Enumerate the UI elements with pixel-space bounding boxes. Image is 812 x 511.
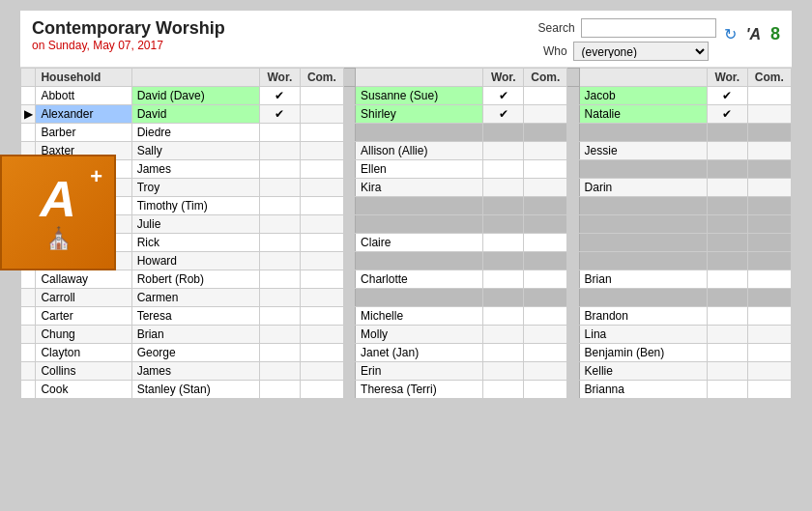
search-input[interactable] bbox=[581, 18, 716, 38]
com-cell[interactable] bbox=[747, 160, 791, 179]
com-cell[interactable] bbox=[747, 105, 791, 124]
name-cell[interactable] bbox=[579, 160, 707, 179]
com-cell[interactable] bbox=[300, 362, 343, 381]
com-cell[interactable] bbox=[747, 234, 791, 252]
name-cell[interactable]: Teresa bbox=[131, 307, 259, 326]
name-cell[interactable]: Ellen bbox=[356, 160, 483, 179]
name-cell[interactable]: Charlotte bbox=[356, 270, 483, 289]
com-cell[interactable] bbox=[524, 87, 567, 105]
wor-cell[interactable]: ✔ bbox=[483, 105, 524, 124]
com-cell[interactable] bbox=[524, 252, 567, 270]
wor-cell[interactable] bbox=[707, 142, 747, 160]
name-cell[interactable]: Julie bbox=[131, 215, 259, 234]
household-cell[interactable]: Collins bbox=[36, 362, 131, 381]
who-select[interactable]: (everyone)MembersVisitors bbox=[573, 42, 709, 61]
name-cell[interactable]: Claire bbox=[356, 234, 483, 252]
com-cell[interactable] bbox=[524, 105, 567, 124]
name-cell[interactable] bbox=[356, 197, 483, 215]
com-cell[interactable] bbox=[747, 289, 791, 307]
name-cell[interactable]: Darin bbox=[579, 179, 707, 197]
name-cell[interactable]: Howard bbox=[131, 252, 259, 270]
wor-cell[interactable] bbox=[707, 160, 747, 179]
wor-cell[interactable] bbox=[483, 289, 524, 307]
com-cell[interactable] bbox=[747, 87, 791, 105]
com-cell[interactable] bbox=[300, 87, 343, 105]
com-cell[interactable] bbox=[524, 124, 567, 142]
com-cell[interactable] bbox=[747, 179, 791, 197]
name-cell[interactable]: Sally bbox=[131, 142, 259, 160]
com-cell[interactable] bbox=[747, 307, 791, 326]
com-cell[interactable] bbox=[300, 124, 343, 142]
wor-cell[interactable] bbox=[707, 289, 747, 307]
com-cell[interactable] bbox=[524, 142, 567, 160]
name-cell[interactable] bbox=[579, 289, 707, 307]
name-cell[interactable]: James bbox=[131, 160, 259, 179]
name-cell[interactable]: Brianna bbox=[579, 381, 707, 399]
name-cell[interactable]: Brian bbox=[131, 326, 259, 344]
name-cell[interactable]: David bbox=[131, 105, 259, 124]
wor-cell[interactable] bbox=[707, 252, 747, 270]
wor-cell[interactable]: ✔ bbox=[707, 105, 747, 124]
com-cell[interactable] bbox=[524, 289, 567, 307]
com-cell[interactable] bbox=[300, 270, 343, 289]
name-cell[interactable]: Natalie bbox=[579, 105, 707, 124]
table-wrapper[interactable]: Household Wor. Com. Wor. Com. Wor. Com. … bbox=[20, 68, 792, 399]
wor-cell[interactable] bbox=[707, 215, 747, 234]
wor-cell[interactable] bbox=[483, 252, 524, 270]
wor-cell[interactable] bbox=[707, 307, 747, 326]
com-cell[interactable] bbox=[300, 142, 343, 160]
name-cell[interactable] bbox=[356, 124, 483, 142]
com-cell[interactable] bbox=[524, 307, 567, 326]
com-cell[interactable] bbox=[524, 179, 567, 197]
household-cell[interactable]: Chung bbox=[36, 326, 131, 344]
com-cell[interactable] bbox=[524, 234, 567, 252]
com-cell[interactable] bbox=[747, 215, 791, 234]
wor-cell[interactable] bbox=[707, 362, 747, 381]
wor-cell[interactable]: ✔ bbox=[707, 87, 747, 105]
font-size-icon[interactable]: 'A bbox=[746, 26, 761, 43]
name-cell[interactable]: Lina bbox=[579, 326, 707, 344]
household-cell[interactable]: Callaway bbox=[36, 270, 131, 289]
name-cell[interactable] bbox=[579, 252, 707, 270]
wor-cell[interactable] bbox=[707, 344, 747, 362]
com-cell[interactable] bbox=[524, 381, 567, 399]
wor-cell[interactable] bbox=[259, 289, 300, 307]
wor-cell[interactable] bbox=[259, 326, 300, 344]
name-cell[interactable]: Kira bbox=[356, 179, 483, 197]
household-cell[interactable]: Barber bbox=[36, 124, 131, 142]
com-cell[interactable] bbox=[524, 344, 567, 362]
name-cell[interactable] bbox=[579, 234, 707, 252]
wor-cell[interactable] bbox=[259, 344, 300, 362]
household-cell[interactable]: Carroll bbox=[36, 289, 131, 307]
wor-cell[interactable] bbox=[483, 307, 524, 326]
com-cell[interactable] bbox=[747, 381, 791, 399]
wor-cell[interactable] bbox=[707, 124, 747, 142]
name-cell[interactable]: George bbox=[131, 344, 259, 362]
name-cell[interactable] bbox=[579, 215, 707, 234]
name-cell[interactable] bbox=[579, 197, 707, 215]
wor-cell[interactable] bbox=[707, 197, 747, 215]
com-cell[interactable] bbox=[300, 381, 343, 399]
wor-cell[interactable] bbox=[483, 270, 524, 289]
com-cell[interactable] bbox=[747, 142, 791, 160]
com-cell[interactable] bbox=[300, 344, 343, 362]
name-cell[interactable]: Benjamin (Ben) bbox=[579, 344, 707, 362]
com-cell[interactable] bbox=[747, 362, 791, 381]
name-cell[interactable]: Susanne (Sue) bbox=[356, 87, 483, 105]
com-cell[interactable] bbox=[300, 289, 343, 307]
com-cell[interactable] bbox=[300, 252, 343, 270]
wor-cell[interactable] bbox=[707, 326, 747, 344]
wor-cell[interactable] bbox=[483, 234, 524, 252]
com-cell[interactable] bbox=[300, 197, 343, 215]
wor-cell[interactable] bbox=[259, 362, 300, 381]
name-cell[interactable] bbox=[356, 252, 483, 270]
com-cell[interactable] bbox=[300, 179, 343, 197]
wor-cell[interactable] bbox=[259, 215, 300, 234]
wor-cell[interactable] bbox=[483, 197, 524, 215]
name-cell[interactable] bbox=[356, 215, 483, 234]
wor-cell[interactable] bbox=[259, 197, 300, 215]
wor-cell[interactable] bbox=[483, 381, 524, 399]
name-cell[interactable]: Theresa (Terri) bbox=[356, 381, 483, 399]
name-cell[interactable]: Brandon bbox=[579, 307, 707, 326]
name-cell[interactable]: Carmen bbox=[131, 289, 259, 307]
